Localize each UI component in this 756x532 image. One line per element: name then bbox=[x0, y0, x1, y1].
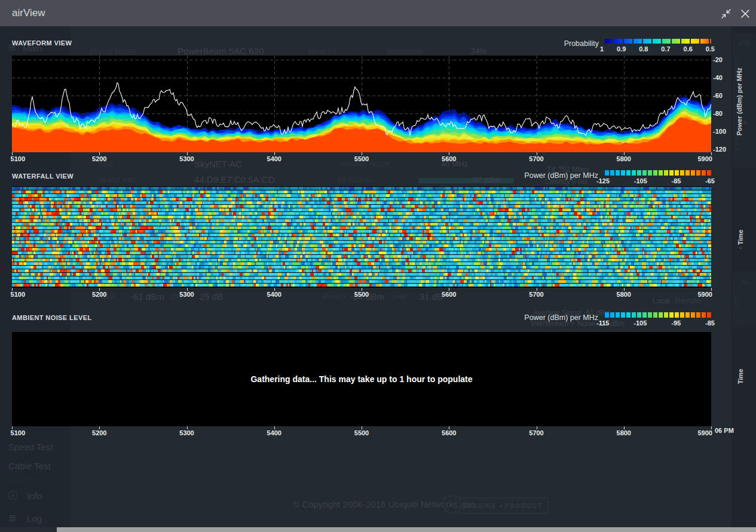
x-axis-tick-label: 5400 bbox=[267, 429, 281, 436]
x-axis-tick-label: 5800 bbox=[617, 291, 631, 298]
x-axis-tick-label: 5500 bbox=[354, 155, 369, 162]
probability-legend-label: Probability bbox=[564, 39, 599, 48]
probability-colorbar-ticks: 10.90.80.70.60.5 bbox=[600, 45, 715, 53]
time-indicator: 06 PM bbox=[715, 427, 734, 434]
x-axis-tick-label: 5800 bbox=[617, 429, 631, 436]
y-axis-tick-label: -100 bbox=[713, 127, 726, 136]
ambient-colorbar-ticks: -115-105-95-85 bbox=[596, 319, 715, 327]
waterfall-legend-label: Power (dBm) per MHz bbox=[524, 171, 598, 180]
colorbar-tick-label: -115 bbox=[596, 319, 609, 327]
waveform-chart bbox=[12, 56, 711, 152]
x-axis-tick-label: 5100 bbox=[11, 291, 25, 298]
titlebar: airView bbox=[0, 0, 756, 26]
colorbar-tick-label: -95 bbox=[671, 319, 681, 327]
ambient-y-axis-label: Time bbox=[736, 361, 745, 391]
x-axis-tick-label: 5100 bbox=[11, 429, 25, 436]
x-axis-tick-label: 5400 bbox=[267, 291, 281, 298]
close-icon bbox=[740, 8, 751, 19]
x-axis-tick-label: 5100 bbox=[11, 155, 25, 162]
airview-modal: WAVEFORM VIEW Probability 10.90.80.70.60… bbox=[0, 0, 756, 532]
ambient-x-axis: 510052005300540055005600570058005900 bbox=[0, 426, 756, 439]
gathering-data-message: Gathering data... This may take up to 1 … bbox=[250, 374, 472, 384]
colorbar-tick-label: 0.9 bbox=[617, 45, 626, 53]
y-axis-tick-label: -20 bbox=[713, 56, 723, 64]
waterfall-colorbar-ticks: -125-105-85-65 bbox=[596, 177, 715, 184]
x-axis-tick-label: 5200 bbox=[92, 429, 106, 436]
colorbar-tick-label: -85 bbox=[671, 177, 681, 184]
waterfall-x-axis: 510052005300540055005600570058005900 bbox=[0, 288, 756, 301]
x-axis-tick-label: 5600 bbox=[442, 291, 456, 298]
y-axis-tick-label: -60 bbox=[713, 91, 723, 100]
colorbar-tick-label: 0.7 bbox=[661, 45, 670, 53]
chevron-down-icon: ⌄ bbox=[737, 241, 744, 251]
window-title: airView bbox=[12, 0, 45, 26]
colorbar-tick-label: 1 bbox=[600, 45, 604, 53]
x-axis-tick-label: 5800 bbox=[617, 155, 631, 162]
colorbar-tick-label: 0.6 bbox=[684, 45, 693, 53]
colorbar-tick-label: -85 bbox=[705, 319, 715, 327]
x-axis-tick-label: 5500 bbox=[354, 429, 369, 436]
y-axis-tick-label: -40 bbox=[713, 73, 723, 82]
x-axis-tick-label: 5300 bbox=[179, 291, 194, 298]
waveform-y-axis-label: Power (dBm) per MHz bbox=[734, 61, 744, 142]
x-axis-tick-label: 5400 bbox=[267, 155, 281, 162]
x-axis-tick-label: 5900 bbox=[697, 291, 712, 298]
x-axis-tick-label: 5600 bbox=[442, 429, 456, 436]
waveform-x-axis: 510052005300540055005600570058005900 bbox=[0, 152, 756, 165]
x-axis-tick-label: 5900 bbox=[697, 155, 712, 162]
collapse-icon bbox=[720, 8, 732, 20]
ambient-colorbar bbox=[605, 312, 711, 318]
waterfall-chart bbox=[12, 186, 711, 288]
colorbar-tick-label: -105 bbox=[633, 319, 647, 327]
x-axis-tick-label: 5500 bbox=[354, 291, 369, 298]
x-axis-tick-label: 5600 bbox=[442, 155, 456, 162]
colorbar-tick-label: 0.5 bbox=[706, 45, 715, 53]
waterfall-colorbar bbox=[605, 170, 711, 176]
x-axis-tick-label: 5700 bbox=[529, 291, 543, 298]
colorbar-tick-label: 0.8 bbox=[639, 45, 648, 53]
probability-colorbar bbox=[605, 39, 711, 44]
x-axis-tick-label: 5300 bbox=[179, 429, 194, 436]
ambient-noise-chart: Gathering data... This may take up to 1 … bbox=[12, 332, 711, 426]
waveform-y-axis: -20-40-60-80-100-120 bbox=[713, 56, 737, 152]
x-axis-tick-label: 5200 bbox=[92, 291, 106, 298]
ambient-legend-label: Power (dBm) per MHz bbox=[524, 313, 598, 322]
colorbar-tick-label: -105 bbox=[634, 177, 647, 184]
scrollbar-thumb[interactable] bbox=[57, 527, 756, 532]
x-axis-tick-label: 5300 bbox=[179, 155, 194, 162]
x-axis-tick-label: 5700 bbox=[529, 429, 543, 436]
waterfall-section-title: WATERFALL VIEW bbox=[12, 173, 74, 180]
colorbar-tick-label: -125 bbox=[596, 177, 610, 184]
x-axis-tick-label: 5700 bbox=[529, 155, 543, 162]
x-axis-tick-label: 5200 bbox=[92, 155, 106, 162]
colorbar-tick-label: -65 bbox=[705, 177, 715, 184]
collapse-button[interactable] bbox=[719, 7, 733, 21]
ambient-section-title: AMBIENT NOISE LEVEL bbox=[12, 314, 92, 321]
waveform-section-title: WAVEFORM VIEW bbox=[12, 39, 72, 47]
y-axis-tick-label: -80 bbox=[713, 109, 723, 118]
close-button[interactable] bbox=[738, 7, 752, 21]
x-axis-tick-label: 5900 bbox=[697, 429, 712, 436]
horizontal-scrollbar[interactable] bbox=[0, 527, 756, 532]
